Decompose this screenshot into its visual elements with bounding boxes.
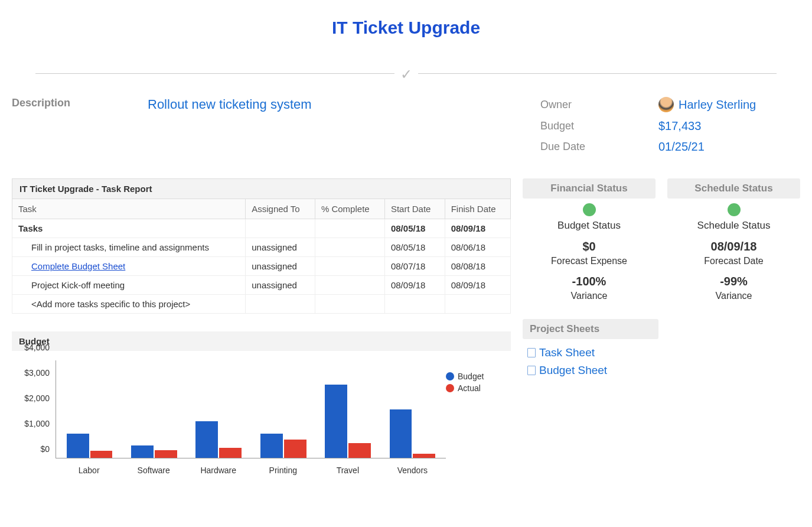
cell-assigned [246,219,315,238]
financial-status-header: Financial Status [523,178,656,199]
cell-start: 08/05/18 [384,219,445,238]
cell-finish: 08/09/18 [445,276,510,295]
bar-actual [90,451,113,458]
schedule-variance-value: -99% [667,275,800,288]
cell-assigned: unassigned [246,257,315,276]
col-finish: Finish Date [445,199,510,219]
cell-complete [315,295,384,314]
bar-actual [348,443,371,458]
cell-start [384,295,445,314]
bar-group [387,360,437,458]
col-task: Task [12,199,246,219]
task-cell: Project Kick-off meeting [18,280,125,290]
cell-finish: 08/08/18 [445,257,510,276]
bar-budget [67,434,89,458]
bar-budget [195,421,218,458]
y-tick-label: $2,000 [24,393,50,403]
bar-actual [219,448,242,458]
legend-item: Actual [446,383,505,393]
bar-budget [260,434,283,458]
legend-label: Budget [458,372,484,381]
cell-finish [445,295,510,314]
col-assigned: Assigned To [246,199,315,219]
x-tick-label: Printing [258,466,308,475]
sheet-icon [527,348,536,357]
forecast-date-value: 08/09/18 [667,240,800,253]
cell-complete [315,257,384,276]
task-report-title: IT Ticket Upgrade - Task Report [12,178,511,199]
due-date-value: 01/25/21 [658,140,705,154]
bar-group [65,360,115,458]
cell-finish: 08/06/18 [445,238,510,257]
bar-actual [155,450,177,458]
table-row: Project Kick-off meetingunassigned08/09/… [12,276,511,295]
bar-actual [413,454,435,458]
budget-label: Budget [540,120,658,132]
sheet-link-label: Task Sheet [539,346,595,359]
task-cell: Fill in project tasks, timeline and assi… [18,242,209,252]
table-row: Complete Budget Sheetunassigned08/07/180… [12,257,511,276]
legend-dot-icon [446,384,454,392]
table-row: Tasks08/05/1808/09/18 [12,219,511,238]
chart-legend: BudgetActual [446,372,505,395]
schedule-status-header: Schedule Status [667,178,800,199]
financial-status-label: Budget Status [523,220,656,232]
bar-group [259,360,308,458]
table-row: Fill in project tasks, timeline and assi… [12,238,511,257]
owner-label: Owner [540,99,658,111]
col-complete: % Complete [315,199,384,219]
cell-start: 08/07/18 [384,257,445,276]
legend-label: Actual [458,383,481,393]
cell-finish: 08/09/18 [445,219,510,238]
bar-budget [390,409,412,458]
x-tick-label: Labor [64,466,114,475]
financial-status-dot-icon [583,203,596,216]
forecast-expense-value: $0 [523,240,656,253]
budget-section-title: Budget [12,331,511,351]
sheet-link[interactable]: Task Sheet [523,344,800,362]
cell-complete [315,219,384,238]
description-value: Rollout new ticketing system [148,97,523,161]
checkmark-icon: ✓ [394,66,418,83]
x-tick-label: Vendors [387,466,437,475]
task-cell: <Add more tasks specific to this project… [18,299,190,309]
cell-assigned: unassigned [246,276,315,295]
description-label: Description [12,97,100,161]
col-start: Start Date [384,199,445,219]
sheet-link[interactable]: Budget Sheet [523,362,800,379]
schedule-variance-label: Variance [667,291,800,301]
forecast-date-label: Forecast Date [667,256,800,266]
owner-name[interactable]: Harley Sterling [679,98,756,112]
cell-complete [315,276,384,295]
financial-variance-label: Variance [523,291,656,301]
cell-assigned [246,295,315,314]
divider: ✓ [35,67,777,79]
project-sheets-header: Project Sheets [523,319,658,339]
task-cell: Tasks [18,223,43,233]
x-tick-label: Travel [323,466,373,475]
y-tick-label: $3,000 [24,368,50,378]
bar-group [323,360,373,458]
bar-budget [131,445,154,458]
financial-variance-value: -100% [523,275,656,288]
cell-start: 08/09/18 [384,276,445,295]
cell-assigned: unassigned [246,238,315,257]
legend-dot-icon [446,372,454,380]
forecast-expense-label: Forecast Expense [523,256,656,266]
sheet-link-label: Budget Sheet [539,364,607,377]
y-tick-label: $4,000 [24,343,50,352]
y-tick-label: $1,000 [24,419,50,428]
schedule-status-dot-icon [728,203,741,216]
schedule-status-label: Schedule Status [667,220,800,232]
sheet-icon [527,366,536,375]
due-date-label: Due Date [540,141,658,153]
y-tick-label: $0 [40,444,50,454]
bar-group [194,360,243,458]
table-row: <Add more tasks specific to this project… [12,295,511,314]
budget-chart: $0$1,000$2,000$3,000$4,000 LaborSoftware… [18,357,446,475]
task-cell[interactable]: Complete Budget Sheet [18,261,125,271]
page-title: IT Ticket Upgrade [12,18,800,38]
bar-budget [325,385,347,458]
task-table: Task Assigned To % Complete Start Date F… [12,199,511,314]
cell-start: 08/05/18 [384,238,445,257]
